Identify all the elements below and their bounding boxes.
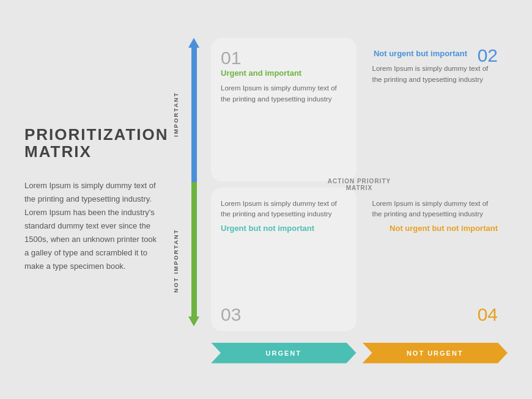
title-line1: PRIORITIZATION xyxy=(24,125,169,144)
title-line2: MATRIX xyxy=(24,142,92,161)
bottom-row: Lorem Ipsum is simply dummy text of the … xyxy=(211,188,508,331)
axis-label-important: IMPORTANT xyxy=(172,47,179,181)
left-panel: PRIORITIZATION MATRIX Lorem Ipsum is sim… xyxy=(24,126,159,274)
description-text: Lorem Ipsum is simply dummy text of the … xyxy=(24,179,159,274)
card-number-02: 02 xyxy=(478,46,498,65)
quadrant-urgent-not-important: Lorem Ipsum is simply dummy text of the … xyxy=(211,188,357,331)
card-body-top-right: Lorem Ipsum is simply dummy text of the … xyxy=(372,64,498,86)
bottom-axis: URGENT NOT URGENT xyxy=(211,339,508,368)
card-number-03: 03 xyxy=(221,306,241,324)
card-number-04: 04 xyxy=(478,306,498,324)
arrow-up-icon xyxy=(188,38,199,48)
matrix-grid: 01 Urgent and important Lorem Ipsum is s… xyxy=(211,38,508,331)
urgent-arrow: URGENT xyxy=(211,343,357,364)
quadrant-urgent-important: 01 Urgent and important Lorem Ipsum is s… xyxy=(211,38,357,181)
grid-rows: 01 Urgent and important Lorem Ipsum is s… xyxy=(211,38,508,331)
card-body-bottom-right: Lorem Ipsum is simply dummy text of the … xyxy=(372,199,498,221)
card-subtitle-urgent-not-important: Urgent but not important xyxy=(221,224,347,234)
not-urgent-label: NOT URGENT xyxy=(407,350,464,357)
card-subtitle-not-urgent-not-important: Not urgent but not important xyxy=(372,224,498,234)
main-title: PRIORITIZATION MATRIX xyxy=(24,126,159,161)
top-row: 01 Urgent and important Lorem Ipsum is s… xyxy=(211,38,508,181)
urgent-label: URGENT xyxy=(266,350,301,357)
arrow-down-icon xyxy=(188,317,199,326)
right-panel: IMPORTANT NOT IMPORTANT 01 Urgent and im… xyxy=(171,32,508,368)
quadrant-not-urgent-important: 02 Not urgent but important Lorem Ipsum … xyxy=(363,38,508,181)
card-body-top-left: Lorem Ipsum is simply dummy text of the … xyxy=(221,83,347,105)
axis-label-not-important: NOT IMPORTANT xyxy=(172,194,179,328)
card-subtitle-urgent-important: Urgent and important xyxy=(221,68,347,79)
blue-shaft xyxy=(191,48,197,182)
vertical-axis xyxy=(188,38,199,331)
card-number-01: 01 xyxy=(221,49,347,67)
card-body-bottom-left: Lorem Ipsum is simply dummy text of the … xyxy=(221,199,347,221)
vertical-axis-wrapper: IMPORTANT NOT IMPORTANT xyxy=(171,38,208,331)
main-container: PRIORITIZATION MATRIX Lorem Ipsum is sim… xyxy=(0,0,532,399)
green-shaft xyxy=(191,182,197,317)
not-urgent-arrow: NOT URGENT xyxy=(363,343,508,364)
quadrant-not-urgent-not-important: Lorem Ipsum is simply dummy text of the … xyxy=(363,188,508,331)
